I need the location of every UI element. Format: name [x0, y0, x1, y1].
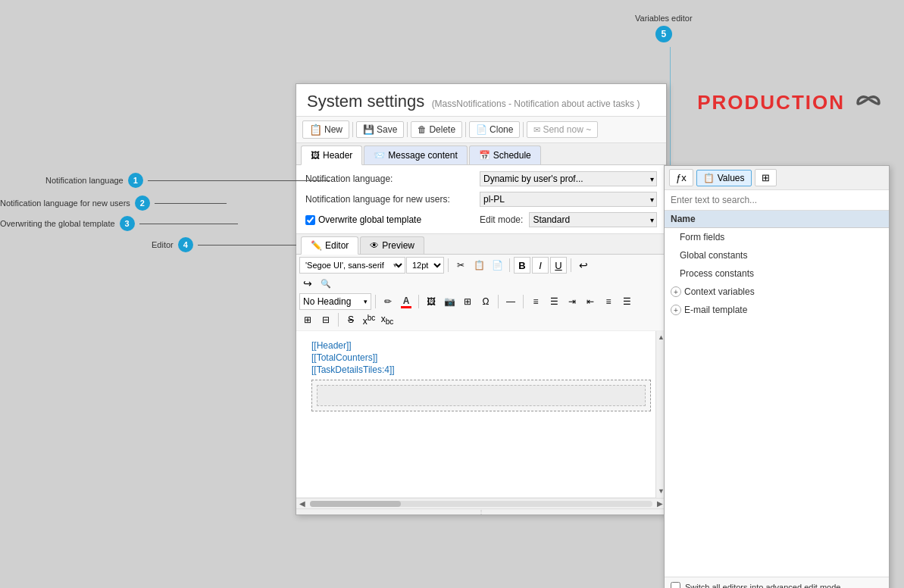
rte-font-family-select[interactable]: 'Segoe UI', sans-serif — [299, 257, 405, 274]
rte-bold-button[interactable]: B — [514, 257, 530, 274]
annotation-4-line — [198, 245, 296, 246]
rp-tree-item-form-fields[interactable]: Form fields — [665, 228, 889, 246]
rte-ulist-button[interactable]: ☰ — [546, 293, 562, 310]
toolbar-sep-1 — [352, 122, 353, 137]
rte-media-button[interactable]: 📷 — [441, 293, 458, 310]
clone-button[interactable]: 📄 Clone — [469, 121, 520, 138]
editor-content-wrapper: [[Header]] [[TotalCounters]] [[TaskDetai… — [296, 331, 666, 498]
advanced-edit-mode-checkbox[interactable] — [671, 582, 680, 588]
rte-table-button[interactable]: ⊞ — [459, 293, 476, 310]
editor-hscrollbar: ◀ ▶ — [296, 498, 666, 508]
main-toolbar: 📋 New 💾 Save 🗑 Delete 📄 Clone ✉ Send now… — [296, 117, 666, 143]
rte-symbol-button[interactable]: Ω — [477, 293, 494, 310]
rte-heading-dropdown[interactable]: No Heading ▾ — [299, 293, 371, 310]
variables-editor-badge: 5 — [655, 26, 672, 42]
rte-strike-button[interactable]: S — [343, 311, 359, 328]
right-panel-header: ƒx 📋 Values ⊞ — [665, 166, 889, 190]
rte-italic-button[interactable]: I — [532, 257, 549, 274]
rp-search-input[interactable] — [665, 190, 889, 211]
editor-tab-editor[interactable]: ✏️ Editor — [301, 236, 358, 255]
notification-language-new-users-select[interactable]: pl-PL — [480, 192, 657, 207]
rte-justify-button[interactable]: ☰ — [618, 293, 635, 310]
hscroll-thumb[interactable] — [310, 501, 401, 507]
rte-outdent-button[interactable]: ⇤ — [582, 293, 599, 310]
rte-color-button[interactable]: A — [398, 293, 414, 310]
panel-resize-handle[interactable]: ⋮ — [296, 508, 666, 514]
tab-message-content[interactable]: 📨 Message content — [364, 145, 467, 164]
rte-sep-3 — [571, 258, 571, 272]
badge-4: 4 — [178, 237, 193, 252]
rp-footer: Switch all editors into advanced edit mo… — [665, 577, 889, 588]
delete-button[interactable]: 🗑 Delete — [411, 121, 462, 138]
header-tab-icon: 🖼 — [311, 150, 320, 161]
notification-language-select[interactable]: Dynamic by user's prof... — [480, 171, 657, 186]
overwrite-global-template-checkbox[interactable] — [305, 215, 315, 225]
rp-tree-header: Name — [665, 211, 889, 228]
rte-undo2-button[interactable]: ↪ — [299, 275, 316, 292]
rte-row-2: ↪ 🔍 — [299, 275, 663, 292]
rp-tree-item-process-constants[interactable]: Process constants — [665, 264, 889, 283]
rte-special-button[interactable]: 🔍 — [317, 275, 334, 292]
rp-tree-parent-email-template[interactable]: + E-mail template — [665, 301, 889, 319]
rp-tree-item-global-constants[interactable]: Global constants — [665, 246, 889, 264]
notification-language-new-users-label: Notification language for new users: — [305, 194, 480, 205]
editor-line-3: [[TaskDetailsTiles:4]] — [311, 364, 651, 375]
annotation-2-label: Notification language for new users — [0, 199, 130, 208]
toolbar-sep-2 — [407, 122, 408, 137]
notification-language-row: Notification language: Dynamic by user's… — [305, 171, 657, 186]
rte-superscript-button[interactable]: xbc — [361, 311, 377, 328]
new-icon: 📋 — [309, 124, 322, 136]
send-icon: ✉ — [533, 125, 540, 135]
save-button[interactable]: 💾 Save — [356, 121, 404, 138]
hscroll-left-arrow[interactable]: ◀ — [296, 499, 308, 508]
expand-icon-email: + — [671, 305, 681, 315]
form-area: Notification language: Dynamic by user's… — [296, 165, 666, 234]
rte-align-button[interactable]: ≡ — [600, 293, 617, 310]
overwrite-global-template-checkbox-label[interactable]: Overwrite global template — [305, 214, 480, 225]
rte-undo-button[interactable]: ↩ — [575, 257, 592, 274]
rte-sep-5 — [418, 295, 419, 308]
rte-edit-button[interactable]: ✏ — [380, 293, 396, 310]
rp-values-label: Values — [718, 173, 745, 183]
toolbar-sep-4 — [523, 122, 524, 137]
overwrite-edit-row: Overwrite global template Edit mode: Sta… — [305, 212, 657, 227]
tab-header[interactable]: 🖼 Header — [301, 145, 362, 165]
tab-schedule[interactable]: 📅 Schedule — [469, 145, 541, 164]
rte-outdent2-button[interactable]: ⊟ — [317, 311, 334, 328]
rte-indent-button[interactable]: ⇥ — [564, 293, 580, 310]
rte-row-4: ⊞ ⊟ S xbc xbc — [299, 310, 663, 328]
rp-grid-button[interactable]: ⊞ — [755, 169, 777, 186]
annotation-3-line — [139, 224, 238, 224]
rte-subscript-button[interactable]: xbc — [379, 311, 396, 328]
rte-underline-button[interactable]: U — [550, 257, 567, 274]
rte-olist-button[interactable]: ≡ — [527, 293, 544, 310]
rp-values-icon: 📋 — [703, 173, 715, 183]
rte-sep-4 — [375, 295, 376, 308]
rte-copy-button[interactable]: 📋 — [471, 257, 487, 274]
rp-tree-parent-context-variables[interactable]: + Context variables — [665, 283, 889, 301]
rte-toolbar: 'Segoe UI', sans-serif ▾ 12pt ✂ 📋 📄 B I … — [296, 255, 666, 331]
rte-sep-8 — [338, 313, 339, 327]
rte-hr-button[interactable]: — — [502, 293, 519, 310]
hscroll-track — [310, 501, 652, 507]
rp-values-button[interactable]: 📋 Values — [696, 170, 752, 186]
rp-tree: Form fields Global constants Process con… — [665, 228, 889, 319]
rte-cut-button[interactable]: ✂ — [452, 257, 469, 274]
rp-function-button[interactable]: ƒx — [669, 169, 693, 186]
production-logo: PRODUCTION — [697, 91, 889, 114]
rte-paste-button[interactable]: 📄 — [489, 257, 505, 274]
badge-3: 3 — [120, 216, 135, 231]
editor-tab-preview[interactable]: 👁 Preview — [360, 236, 424, 254]
rte-image-button[interactable]: 🖼 — [423, 293, 439, 310]
new-button[interactable]: 📋 New — [302, 120, 349, 139]
send-button[interactable]: ✉ Send now ~ — [527, 121, 598, 138]
annotation-3: Overwriting the global template 3 — [0, 216, 238, 231]
editor-content[interactable]: [[Header]] [[TotalCounters]] [[TaskDetai… — [296, 331, 666, 498]
annotation-4: Editor 4 — [152, 237, 296, 252]
rte-font-size-select[interactable]: 12pt — [406, 257, 444, 274]
annotation-1-label: Notification language — [45, 176, 124, 185]
rte-row-3: No Heading ▾ ✏ A 🖼 📷 ⊞ Ω — ≡ ☰ ⇥ ⇤ — [299, 293, 663, 310]
rte-indent2-button[interactable]: ⊞ — [299, 311, 316, 328]
edit-mode-select[interactable]: Standard — [529, 212, 657, 227]
annotation-2-line — [155, 203, 227, 204]
